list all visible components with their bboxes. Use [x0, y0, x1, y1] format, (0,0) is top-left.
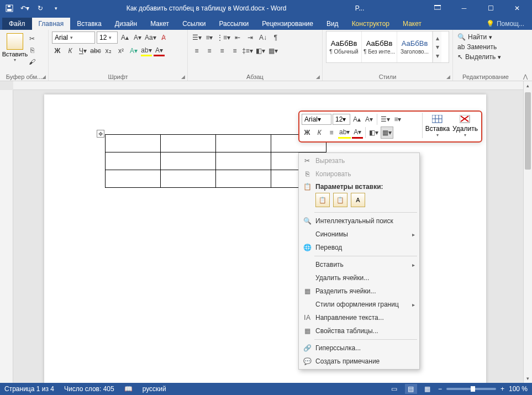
italic-button[interactable]: К: [65, 45, 76, 56]
redo-icon[interactable]: ↻: [33, 1, 48, 15]
dialog-launcher-icon[interactable]: ◢: [316, 74, 320, 80]
underline-button[interactable]: Ч▾: [77, 45, 88, 56]
print-layout-icon[interactable]: ▤: [405, 384, 417, 394]
ctx-split-cells[interactable]: ▦Разделить ячейки...: [299, 285, 419, 298]
ctx-synonyms[interactable]: Синонимы▸: [299, 228, 419, 241]
align-right-icon[interactable]: ≡: [217, 45, 228, 56]
ctx-border-styles[interactable]: Стили оформления границ▸: [299, 298, 419, 311]
text-effects-icon[interactable]: A▾: [128, 45, 139, 56]
ctx-delete-cells[interactable]: Удалить ячейки...: [299, 271, 419, 285]
borders-icon[interactable]: ▦▾: [267, 45, 278, 56]
shrink-font-icon[interactable]: A▾: [132, 32, 143, 43]
tab-layout[interactable]: Макет: [144, 18, 176, 30]
paste-keep-formatting-icon[interactable]: 📋: [315, 193, 330, 207]
paste-button[interactable]: Вставить ▾: [3, 31, 27, 67]
table-cell[interactable]: [216, 152, 271, 170]
status-language[interactable]: русский: [143, 385, 166, 393]
zoom-out-icon[interactable]: −: [438, 385, 442, 393]
save-icon[interactable]: [2, 1, 17, 15]
vertical-scrollbar[interactable]: ▴ ▾: [523, 81, 532, 383]
table-cell[interactable]: [106, 135, 161, 152]
read-mode-icon[interactable]: ▭: [388, 384, 401, 394]
zoom-in-icon[interactable]: +: [501, 385, 504, 393]
find-button[interactable]: 🔍Найти ▾: [457, 32, 514, 42]
tell-me[interactable]: 💡Помощ...: [478, 18, 532, 30]
highlight-icon[interactable]: ab▾: [141, 45, 152, 56]
mini-bullets-icon[interactable]: ☰▾: [380, 113, 391, 125]
qat-customize-icon[interactable]: ▾: [49, 1, 63, 15]
table-cell[interactable]: [106, 170, 161, 188]
styles-expand-icon[interactable]: ▴▾▾: [433, 31, 441, 62]
tab-table-layout[interactable]: Макет: [396, 18, 428, 30]
tab-file[interactable]: Файл: [2, 18, 32, 30]
show-marks-icon[interactable]: ¶: [270, 32, 281, 43]
horizontal-ruler[interactable]: [13, 81, 523, 90]
justify-icon[interactable]: ≡: [229, 45, 240, 56]
mini-align-icon[interactable]: ≡: [326, 127, 337, 139]
mini-size-combo[interactable]: 12▾: [333, 114, 350, 125]
tab-review[interactable]: Рецензирование: [255, 18, 320, 30]
change-case-icon[interactable]: Aa▾: [145, 32, 156, 43]
ctx-copy[interactable]: ⎘Копировать: [299, 167, 419, 181]
ctx-translate[interactable]: 🌐Перевод: [299, 241, 419, 254]
paste-text-only-icon[interactable]: A: [351, 193, 365, 207]
multilevel-list-icon[interactable]: ⋮≡▾: [217, 32, 230, 43]
bold-button[interactable]: Ж: [52, 45, 63, 56]
shading-icon[interactable]: ◧▾: [255, 45, 266, 56]
numbering-icon[interactable]: ≡▾: [204, 32, 215, 43]
mini-bold-button[interactable]: Ж: [302, 127, 313, 139]
copy-icon[interactable]: ⎘: [27, 45, 38, 56]
select-button[interactable]: ↖Выделить ▾: [457, 52, 514, 62]
grow-font-icon[interactable]: A▴: [119, 32, 130, 43]
tab-references[interactable]: Ссылки: [176, 18, 212, 30]
mini-borders-icon[interactable]: ▦▾: [381, 127, 393, 139]
tab-home[interactable]: Главная: [32, 18, 71, 30]
ctx-smart-lookup[interactable]: 🔍Интеллектуальный поиск: [299, 214, 419, 228]
close-icon[interactable]: ✕: [504, 0, 530, 16]
collapse-ribbon-icon[interactable]: ⋀: [519, 72, 532, 81]
font-size-combo[interactable]: 12▾: [97, 31, 118, 44]
zoom-level[interactable]: 100 %: [509, 385, 528, 393]
line-spacing-icon[interactable]: ‡≡▾: [242, 45, 253, 56]
cut-icon[interactable]: ✂: [27, 33, 38, 44]
status-spelling-icon[interactable]: 📖: [124, 385, 133, 393]
ctx-hyperlink[interactable]: 🔗Гиперссылка...: [299, 341, 419, 355]
zoom-slider[interactable]: [446, 388, 496, 390]
table-cell[interactable]: [216, 170, 271, 188]
vertical-ruler[interactable]: [0, 90, 13, 383]
dialog-launcher-icon[interactable]: ◢: [42, 74, 46, 80]
ctx-table-properties[interactable]: ▦Свойства таблицы...: [299, 324, 419, 338]
status-word-count[interactable]: Число слов: 405: [64, 385, 114, 393]
sort-icon[interactable]: A↓: [257, 32, 268, 43]
tab-design[interactable]: Дизайн: [108, 18, 144, 30]
tab-table-design[interactable]: Конструктор: [345, 18, 396, 30]
mini-delete-button[interactable]: Удалить▾: [451, 113, 479, 139]
table-cell[interactable]: [161, 152, 216, 170]
font-color-icon[interactable]: A▾: [154, 45, 165, 56]
maximize-icon[interactable]: ☐: [478, 0, 503, 16]
tab-insert[interactable]: Вставка: [70, 18, 108, 30]
superscript-button[interactable]: x²: [115, 45, 127, 56]
ctx-insert[interactable]: Вставить▸: [299, 258, 419, 271]
web-layout-icon[interactable]: ▦: [422, 384, 434, 394]
ctx-new-comment[interactable]: 💬Создать примечание: [299, 355, 419, 368]
font-name-combo[interactable]: Arial▾: [52, 31, 95, 44]
bullets-icon[interactable]: ☰▾: [191, 32, 202, 43]
ctx-text-direction[interactable]: ⅠAНаправление текста...: [299, 311, 419, 324]
styles-gallery[interactable]: АаБбВв¶ Обычный АаБбВв¶ Без инте... АаБб…: [326, 31, 449, 63]
user-indicator[interactable]: P...: [350, 4, 370, 12]
clear-formatting-icon[interactable]: A̷: [158, 32, 169, 43]
mini-shrink-font-icon[interactable]: A▾: [364, 113, 375, 125]
align-left-icon[interactable]: ≡: [191, 45, 202, 56]
subscript-button[interactable]: x₂: [103, 45, 114, 56]
align-center-icon[interactable]: ≡: [204, 45, 215, 56]
strikethrough-button[interactable]: abc: [90, 45, 101, 56]
scroll-up-icon[interactable]: ▴: [524, 81, 532, 90]
decrease-indent-icon[interactable]: ⇤: [232, 32, 243, 43]
table-cell[interactable]: [106, 152, 161, 170]
tab-mailings[interactable]: Рассылки: [212, 18, 255, 30]
table-cell[interactable]: [216, 135, 271, 152]
mini-font-color-icon[interactable]: A▾: [352, 127, 363, 139]
mini-grow-font-icon[interactable]: A▴: [351, 113, 362, 125]
minimize-icon[interactable]: ─: [451, 0, 477, 16]
